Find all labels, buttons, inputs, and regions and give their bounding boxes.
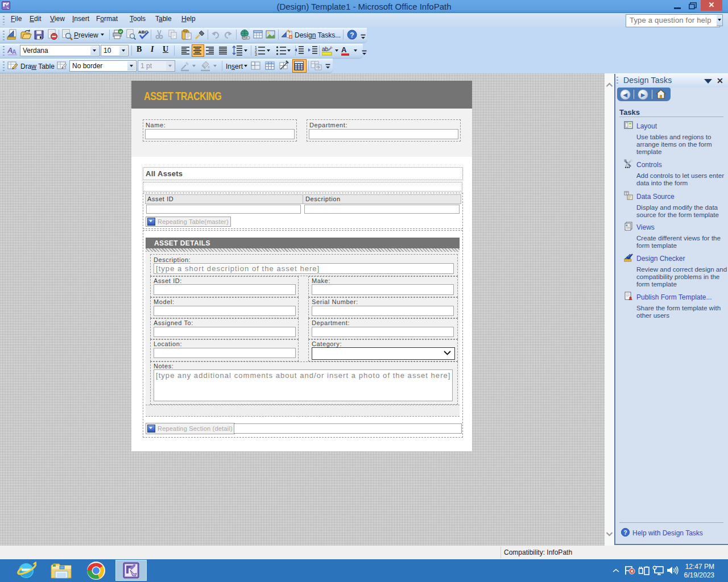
svg-text:A: A <box>12 48 16 55</box>
svg-text:ab: ab <box>322 46 329 52</box>
svg-text:?: ? <box>350 31 354 39</box>
svg-text:?: ? <box>623 530 627 536</box>
svg-text:3: 3 <box>255 52 257 56</box>
svg-text:A: A <box>341 45 347 54</box>
